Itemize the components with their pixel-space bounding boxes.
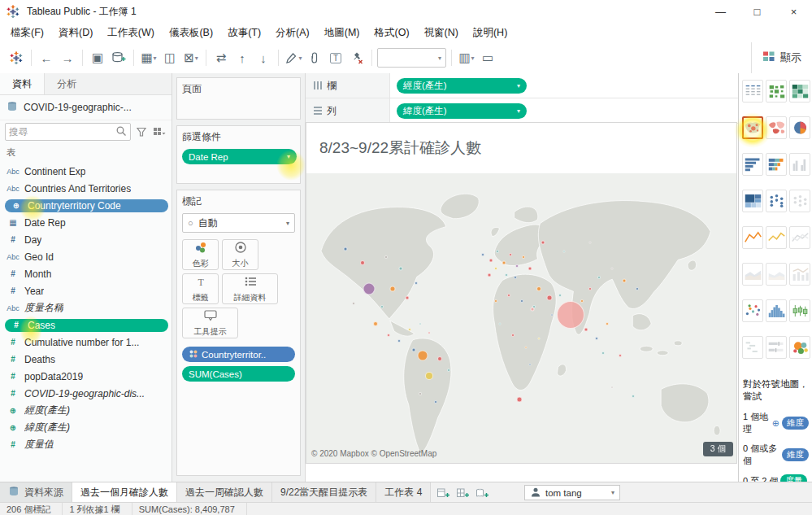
map-mark[interactable] — [511, 334, 515, 337]
showme-symbol-map-icon[interactable] — [742, 116, 763, 139]
showme-filled-map-icon[interactable] — [766, 116, 787, 139]
mark-pill-SUM(Cases)[interactable]: SUM(Cases) — [182, 366, 295, 382]
showme-horizontal-bars-icon[interactable] — [742, 153, 763, 176]
field-Year[interactable]: #Year — [0, 282, 172, 299]
null-indicator-badge[interactable]: 3 個 — [703, 442, 733, 456]
map-mark[interactable] — [524, 346, 527, 348]
sheet-tab-過去一周確認人數[interactable]: 過去一周確認人數 — [177, 482, 272, 503]
field-popData2019[interactable]: #popData2019 — [0, 368, 172, 385]
map-mark[interactable] — [481, 253, 484, 256]
undo-button[interactable]: ← — [37, 47, 56, 68]
map-mark[interactable] — [584, 328, 588, 332]
map-mark[interactable] — [558, 294, 562, 297]
map-mark[interactable] — [487, 273, 491, 277]
filter-fields-icon[interactable] — [134, 124, 149, 139]
map-mark[interactable] — [352, 302, 355, 305]
showme-gantt-icon[interactable] — [742, 336, 763, 359]
showme-histogram-icon[interactable] — [766, 299, 787, 322]
new-data-source-button[interactable] — [109, 47, 128, 68]
map-mark[interactable] — [363, 283, 375, 295]
map-mark[interactable] — [580, 299, 584, 303]
showme-area-continuous-icon[interactable] — [742, 263, 763, 286]
showme-heatmap-icon[interactable] — [766, 80, 787, 103]
group-members-button[interactable] — [305, 47, 324, 68]
field-COVID-19-geographic-dis...[interactable]: #COVID-19-geographic-dis... — [0, 385, 172, 402]
sort-descending-button[interactable]: ↓ — [254, 47, 273, 68]
menu-分析(A)[interactable]: 分析(A) — [268, 24, 317, 42]
new-worksheet-button[interactable]: ▦▾ — [139, 47, 158, 68]
map-mark[interactable] — [623, 278, 627, 282]
user-menu[interactable]: tom tang ▾ — [524, 485, 620, 500]
new-story-icon[interactable] — [473, 485, 491, 501]
map-mark[interactable] — [397, 339, 401, 343]
tableau-logo-button[interactable] — [7, 47, 26, 68]
presentation-mode-button[interactable]: ▭ — [478, 47, 497, 68]
show-hide-cards-button[interactable]: ▥▾ — [457, 47, 476, 68]
map-mark[interactable] — [619, 354, 622, 357]
map-mark[interactable] — [636, 287, 639, 290]
pages-shelf[interactable]: 頁面 — [176, 77, 301, 120]
sort-ascending-button[interactable]: ↑ — [232, 47, 252, 68]
showme-dual-lines-icon[interactable] — [789, 226, 810, 249]
map-mark[interactable] — [406, 296, 410, 300]
tab-analytics[interactable]: 分析 — [45, 73, 89, 94]
map-mark[interactable] — [399, 267, 403, 271]
mark-button-label[interactable]: T標籤 — [182, 273, 219, 304]
field-度量值[interactable]: #度量值 — [0, 436, 172, 453]
map-mark[interactable] — [419, 323, 422, 325]
field-Cumulative number for 1...[interactable]: #Cumulative number for 1... — [0, 334, 172, 351]
map-mark[interactable] — [387, 334, 390, 337]
map-mark[interactable] — [595, 337, 598, 340]
showme-bullet-icon[interactable] — [766, 336, 787, 359]
map-mark[interactable] — [412, 348, 416, 352]
minimize-button[interactable]: — — [702, 0, 739, 23]
menu-資料(D)[interactable]: 資料(D) — [51, 24, 100, 42]
search-input[interactable]: 搜尋 — [5, 123, 131, 141]
map-mark[interactable] — [588, 287, 592, 290]
showme-dual-combination-icon[interactable] — [789, 263, 810, 286]
menu-地圖(M)[interactable]: 地圖(M) — [317, 24, 367, 42]
mark-button-color[interactable]: 色彩 — [182, 239, 219, 270]
menu-檔案(F)[interactable]: 檔案(F) — [3, 24, 51, 42]
map-mark[interactable] — [546, 295, 552, 301]
maximize-button[interactable]: □ — [739, 0, 775, 23]
mark-button-size[interactable]: 大小 — [222, 239, 258, 270]
field-Geo Id[interactable]: AbcGeo Id — [0, 248, 172, 265]
filter-pill-date-rep[interactable]: Date Rep ▾ — [182, 149, 297, 164]
clear-sheet-button[interactable]: ⊠▾ — [181, 47, 201, 68]
showme-treemap-icon[interactable] — [742, 190, 763, 212]
map-mark[interactable] — [428, 331, 430, 334]
map-mark[interactable] — [522, 255, 525, 259]
map-mark[interactable] — [516, 396, 522, 402]
map-mark[interactable] — [373, 321, 378, 326]
map-canvas[interactable]: © 2020 Mapbox © OpenStreetMap 3 個 — [306, 173, 736, 463]
map-mark[interactable] — [496, 250, 499, 253]
map-mark[interactable] — [437, 356, 442, 361]
save-button[interactable]: ▣ — [88, 47, 107, 68]
map-mark[interactable] — [528, 267, 532, 271]
fit-selector-dropdown[interactable]: ▾ — [377, 48, 446, 68]
show-mark-labels-button[interactable]: T — [326, 47, 345, 68]
map-mark[interactable] — [610, 386, 613, 389]
field-Date Rep[interactable]: ▦Date Rep — [0, 214, 172, 231]
field-緯度(產生)[interactable]: ⊕緯度(產生) — [0, 419, 172, 436]
duplicate-button[interactable]: ◫ — [160, 47, 180, 68]
map-mark[interactable] — [536, 286, 541, 291]
map-mark[interactable] — [514, 276, 517, 279]
map-mark[interactable] — [343, 247, 347, 251]
map-mark[interactable] — [606, 322, 609, 325]
map-mark[interactable] — [550, 314, 553, 316]
columns-shelf[interactable]: 欄 經度(產生) ▾ — [306, 73, 738, 98]
view-options-icon[interactable] — [152, 124, 167, 139]
showme-side-by-side-circles-icon[interactable] — [789, 190, 810, 212]
map-mark[interactable] — [515, 264, 519, 268]
sheet-tab-工作表 4[interactable]: 工作表 4 — [376, 482, 431, 503]
map-mark[interactable] — [563, 251, 566, 253]
filters-shelf[interactable]: 篩選條件 Date Rep ▾ — [176, 125, 301, 184]
map-mark[interactable] — [360, 260, 365, 265]
new-dashboard-icon[interactable] — [454, 485, 471, 501]
showme-pie-chart-icon[interactable] — [789, 116, 810, 139]
showme-line-continuous-icon[interactable] — [742, 226, 763, 249]
map-mark[interactable] — [384, 255, 388, 259]
field-度量名稱[interactable]: Abc度量名稱 — [0, 299, 172, 316]
